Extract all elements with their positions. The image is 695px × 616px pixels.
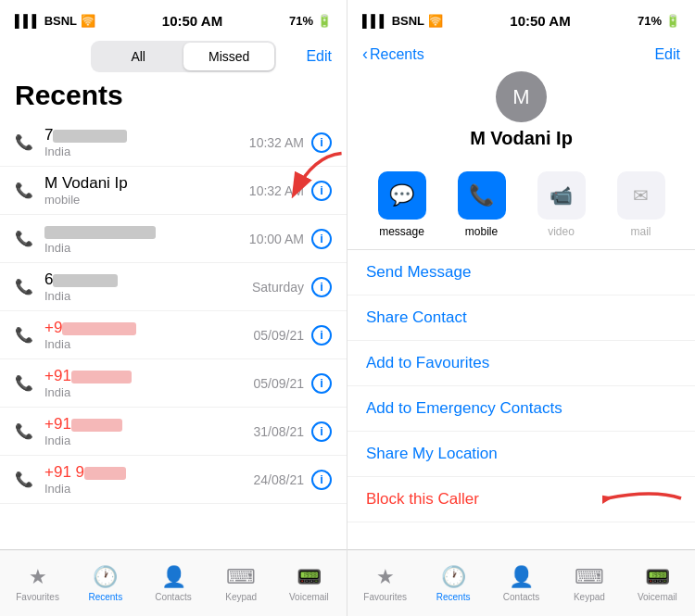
blurred-name xyxy=(53,274,118,287)
keypad-icon: ⌨ xyxy=(575,565,604,589)
call-time: 05/09/21 xyxy=(254,376,305,391)
call-info: 7 India xyxy=(44,126,249,158)
right-panel: ▌▌▌ BSNL 🛜 10:50 AM 71% 🔋 ‹ Recents Edit… xyxy=(348,0,695,616)
right-wifi-icon: 🛜 xyxy=(428,14,443,28)
call-sub: India xyxy=(44,482,254,496)
call-info: 6 India xyxy=(44,270,252,303)
tab-keypad-right[interactable]: ⌨ Keypad xyxy=(555,565,623,602)
call-list: 📞 7 India 10:32 AM i 📞 M Vodani Ip mobil… xyxy=(0,119,347,549)
action-message[interactable]: 💬 message xyxy=(370,171,435,238)
tab-label: Favourites xyxy=(363,592,407,602)
call-icon: 📞 xyxy=(15,133,33,152)
right-battery-area: 71% 🔋 xyxy=(638,14,680,28)
call-info: +91 9 India xyxy=(44,463,254,496)
right-nav: ‹ Recents Edit xyxy=(348,41,695,71)
call-name-vodani: M Vodani Ip xyxy=(44,174,249,193)
call-time: 10:32 AM xyxy=(249,183,304,198)
call-item: 📞 +91 India 31/08/21 i xyxy=(0,408,347,456)
chevron-left-icon: ‹ xyxy=(362,44,368,64)
call-sub: India xyxy=(44,289,252,303)
blurred-name xyxy=(53,130,127,143)
right-battery-icon: 🔋 xyxy=(665,14,680,28)
menu-list: Send Message Share Contact Add to Favour… xyxy=(348,250,695,549)
menu-add-favourites[interactable]: Add to Favourites xyxy=(348,341,695,386)
right-battery-pct: 71% xyxy=(638,14,662,28)
call-name: +91 xyxy=(44,367,254,385)
menu-share-location[interactable]: Share My Location xyxy=(348,432,695,477)
left-battery-pct: 71% xyxy=(289,14,313,28)
tab-favourites-left[interactable]: ★ Favourites xyxy=(4,565,71,602)
left-carrier: ▌▌▌ BSNL 🛜 xyxy=(15,14,95,28)
tab-recents-right[interactable]: 🕐 Recents xyxy=(419,565,486,602)
left-wifi-icon: 🛜 xyxy=(81,14,95,28)
info-button-vodani[interactable]: i xyxy=(311,181,332,201)
tab-voicemail-left[interactable]: 📟 Voicemail xyxy=(275,565,343,602)
left-battery-area: 71% 🔋 xyxy=(289,14,332,28)
left-battery-icon: 🔋 xyxy=(317,14,332,28)
tab-recents-left[interactable]: 🕐 Recents xyxy=(71,565,139,602)
info-button[interactable]: i xyxy=(311,373,332,394)
action-label: mobile xyxy=(465,225,498,238)
info-button[interactable]: i xyxy=(311,325,332,346)
call-sub: India xyxy=(44,385,254,399)
menu-send-message[interactable]: Send Message xyxy=(348,250,695,295)
action-buttons: 💬 message 📞 mobile 📹 video ✉ mail xyxy=(348,160,695,249)
back-label: Recents xyxy=(370,46,424,63)
segment-missed[interactable]: Missed xyxy=(183,43,274,70)
call-info: India xyxy=(44,222,249,255)
menu-block-wrapper: Block this Caller xyxy=(348,477,695,522)
tab-keypad-left[interactable]: ⌨ Keypad xyxy=(208,565,275,602)
info-button[interactable]: i xyxy=(311,132,332,153)
voicemail-icon: 📟 xyxy=(297,565,322,589)
favourites-icon: ★ xyxy=(376,565,395,589)
action-mail[interactable]: ✉ mail xyxy=(609,171,674,238)
action-label: mail xyxy=(630,225,651,238)
segment-control: All Missed xyxy=(91,41,276,72)
left-edit-button[interactable]: Edit xyxy=(306,48,332,65)
segment-all[interactable]: All xyxy=(93,43,183,70)
tab-label: Keypad xyxy=(225,592,257,602)
message-icon: 💬 xyxy=(389,183,414,207)
info-button[interactable]: i xyxy=(311,277,332,297)
blurred-name xyxy=(71,419,122,432)
left-time: 10:50 AM xyxy=(162,13,222,29)
video-icon-wrap: 📹 xyxy=(537,171,586,220)
right-tab-bar: ★ Favourites 🕐 Recents 👤 Contacts ⌨ Keyp… xyxy=(348,549,695,616)
blurred-name xyxy=(71,371,132,383)
info-button[interactable]: i xyxy=(311,229,332,249)
tab-voicemail-right[interactable]: 📟 Voicemail xyxy=(624,565,691,602)
recents-icon: 🕐 xyxy=(93,565,118,589)
recents-icon: 🕐 xyxy=(441,565,466,589)
call-time: 05/09/21 xyxy=(254,328,305,343)
action-mobile[interactable]: 📞 mobile xyxy=(449,171,514,238)
call-sub: India xyxy=(44,241,249,255)
call-icon: 📞 xyxy=(15,182,33,200)
tab-contacts-left[interactable]: 👤 Contacts xyxy=(139,565,207,602)
call-time: 24/08/21 xyxy=(254,472,305,487)
call-icon: 📞 xyxy=(15,471,33,489)
blurred-name xyxy=(84,467,126,480)
action-label: message xyxy=(379,225,424,238)
call-item: 📞 7 India 10:32 AM i xyxy=(0,119,347,167)
call-item: 📞 +91 India 05/09/21 i xyxy=(0,359,347,408)
left-signal-icon: ▌▌▌ xyxy=(15,14,41,28)
call-info: M Vodani Ip mobile xyxy=(44,174,249,207)
tab-label: Keypad xyxy=(574,592,605,602)
left-status-bar: ▌▌▌ BSNL 🛜 10:50 AM 71% 🔋 xyxy=(0,0,347,41)
call-item: 📞 India 10:00 AM i xyxy=(0,215,347,263)
tab-favourites-right[interactable]: ★ Favourites xyxy=(351,565,419,602)
back-button[interactable]: ‹ Recents xyxy=(362,44,424,64)
mobile-icon: 📞 xyxy=(469,183,494,207)
menu-share-contact[interactable]: Share Contact xyxy=(348,295,695,341)
contacts-icon: 👤 xyxy=(161,565,186,589)
contact-name: M Vodani Ip xyxy=(470,128,573,149)
action-video[interactable]: 📹 video xyxy=(529,171,594,238)
info-button[interactable]: i xyxy=(311,470,332,490)
menu-block-caller[interactable]: Block this Caller xyxy=(348,477,695,522)
call-info: +91 India xyxy=(44,367,254,399)
call-sub: mobile xyxy=(44,193,249,207)
info-button[interactable]: i xyxy=(311,421,332,442)
tab-contacts-right[interactable]: 👤 Contacts xyxy=(487,565,555,602)
menu-add-emergency[interactable]: Add to Emergency Contacts xyxy=(348,386,695,432)
right-edit-button[interactable]: Edit xyxy=(654,46,680,63)
